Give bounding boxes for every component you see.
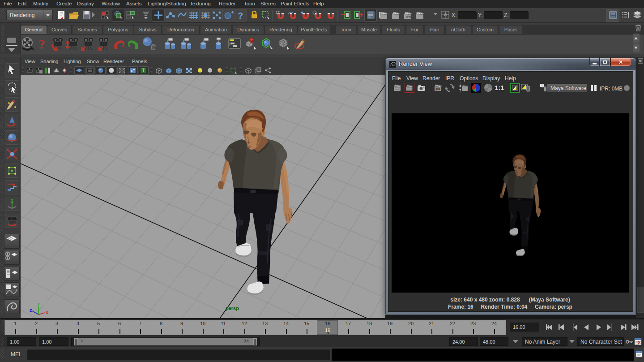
svg-text:": "	[541, 84, 542, 87]
svg-text:X: X	[46, 310, 48, 315]
svg-text:Y: Y	[37, 302, 40, 306]
svg-text:T: T	[142, 68, 145, 73]
svg-text:Z: Z	[30, 308, 32, 313]
svg-text:persp: persp	[226, 306, 239, 311]
svg-text:IPR: IPR	[435, 88, 440, 91]
